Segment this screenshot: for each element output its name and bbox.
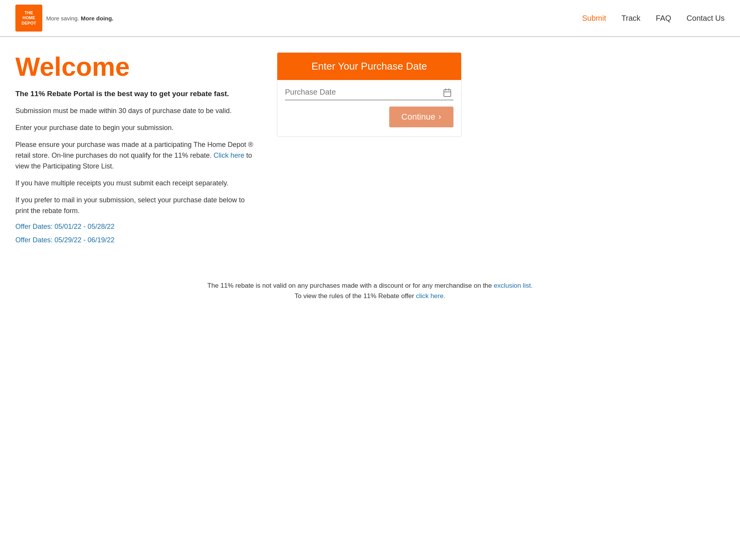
offer-link-2[interactable]: Offer Dates: 05/29/22 - 06/19/22 (15, 236, 254, 244)
purchase-date-form: Enter Your Purchase Date (277, 52, 462, 137)
intro-bold: The 11% Rebate Portal is the best way to… (15, 89, 254, 99)
click-here-link[interactable]: Click here (213, 152, 244, 159)
header: THEHOMEDEPOT More saving. More doing. Su… (0, 0, 740, 37)
logo-area: THEHOMEDEPOT More saving. More doing. (15, 5, 113, 32)
continue-button[interactable]: Continue › (389, 107, 453, 127)
form-header: Enter Your Purchase Date (277, 53, 461, 80)
para-multiple-receipts: If you have multiple receipts you must s… (15, 178, 254, 189)
bottom-note: The 11% rebate is not valid on any purch… (0, 280, 740, 301)
exclusion-list-link[interactable]: exclusion list. (494, 282, 533, 289)
nav-faq[interactable]: FAQ (656, 14, 671, 23)
para-enter-date: Enter your purchase date to begin your s… (15, 123, 254, 133)
purchase-date-input[interactable] (285, 88, 453, 97)
date-input-wrapper (285, 88, 453, 100)
main-nav: Submit Track FAQ Contact Us (582, 14, 725, 23)
form-body: Continue › (277, 80, 461, 137)
nav-track[interactable]: Track (622, 14, 640, 23)
welcome-title: Welcome (15, 52, 254, 81)
para-mail-in: If you prefer to mail in your submission… (15, 195, 254, 217)
offer-link-1[interactable]: Offer Dates: 05/01/22 - 05/28/22 (15, 223, 254, 231)
logo-text: THEHOMEDEPOT (22, 10, 36, 26)
bottom-note-middle: To view the rules of the 11% Rebate offe… (295, 292, 414, 300)
main-content: Welcome The 11% Rebate Portal is the bes… (0, 37, 477, 265)
bottom-note-text: The 11% rebate is not valid on any purch… (15, 280, 725, 301)
rules-click-here-link[interactable]: click here. (416, 292, 445, 300)
continue-label: Continue (402, 112, 435, 122)
calendar-icon (443, 88, 452, 100)
bottom-note-before: The 11% rebate is not valid on any purch… (207, 282, 492, 289)
logo-tagline: More saving. More doing. (46, 15, 113, 22)
continue-arrow: › (438, 112, 441, 122)
svg-rect-0 (444, 90, 451, 97)
left-column: Welcome The 11% Rebate Portal is the bes… (15, 52, 254, 250)
para-submission: Submission must be made within 30 days o… (15, 106, 254, 117)
para-participating: Please ensure your purchase was made at … (15, 140, 254, 172)
right-column: Enter Your Purchase Date (277, 52, 462, 250)
logo-box: THEHOMEDEPOT (15, 5, 42, 32)
nav-submit[interactable]: Submit (582, 14, 606, 23)
nav-contact[interactable]: Contact Us (687, 14, 725, 23)
